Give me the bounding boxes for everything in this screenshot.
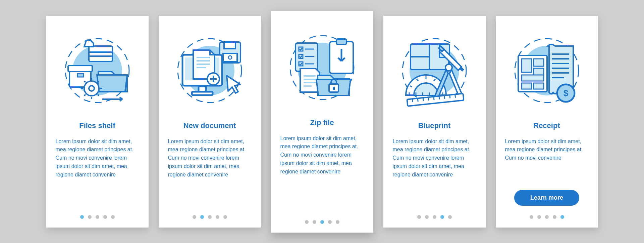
svg-rect-28 <box>333 87 335 90</box>
dot[interactable] <box>530 215 533 219</box>
onboarding-card-new-document: New document Lorem ipsum dolor sit dim a… <box>159 16 261 228</box>
blueprint-icon <box>392 29 476 113</box>
card-description: Lorem ipsum dolor sit dim amet, mea regi… <box>280 134 364 220</box>
dot[interactable] <box>440 215 444 219</box>
receipt-icon: $ <box>505 29 589 113</box>
svg-rect-12 <box>223 53 237 62</box>
dot[interactable] <box>305 220 309 224</box>
card-title: Zip file <box>310 118 334 127</box>
dot[interactable] <box>88 215 92 219</box>
svg-rect-2 <box>89 46 112 62</box>
learn-more-button[interactable]: Learn more <box>514 190 579 206</box>
dot[interactable] <box>417 215 421 219</box>
svg-rect-42 <box>534 83 544 89</box>
svg-rect-37 <box>522 59 532 72</box>
dot[interactable] <box>200 215 204 219</box>
dot[interactable] <box>96 215 99 219</box>
svg-rect-38 <box>534 59 544 66</box>
dot[interactable] <box>433 215 436 219</box>
svg-rect-40 <box>522 75 544 81</box>
svg-point-6 <box>84 81 99 96</box>
onboarding-card-receipt: $ Receipt Lorem ipsum dolor sit dim amet… <box>496 16 598 228</box>
dot[interactable] <box>313 220 316 224</box>
dot[interactable] <box>216 215 219 219</box>
dot[interactable] <box>328 220 332 224</box>
pagination-dots <box>193 215 227 219</box>
dot[interactable] <box>553 215 556 219</box>
card-title: Files shelf <box>79 121 115 130</box>
dot[interactable] <box>111 215 115 219</box>
dot[interactable] <box>448 215 452 219</box>
dot[interactable] <box>223 215 227 219</box>
dot[interactable] <box>103 215 107 219</box>
svg-rect-4 <box>68 66 92 72</box>
svg-text:$: $ <box>564 88 569 98</box>
dot[interactable] <box>193 215 196 219</box>
svg-rect-5 <box>77 74 84 77</box>
onboarding-card-zip-file: Zip file Lorem ipsum dolor sit dim amet,… <box>271 11 373 233</box>
svg-rect-26 <box>336 39 346 44</box>
card-description: Lorem ipsum dolor sit dim amet, mea regi… <box>168 137 252 215</box>
onboarding-card-files-shelf: Files shelf Lorem ipsum dolor sit dim am… <box>46 16 149 228</box>
new-document-icon <box>168 29 252 113</box>
dot[interactable] <box>80 215 84 219</box>
dot[interactable] <box>545 215 549 219</box>
dot[interactable] <box>425 215 429 219</box>
zip-file-icon <box>280 26 364 110</box>
pagination-dots <box>530 215 564 219</box>
dot[interactable] <box>560 215 564 219</box>
files-shelf-icon <box>55 29 139 113</box>
card-title: Receipt <box>533 121 560 130</box>
card-title: New document <box>183 121 236 130</box>
card-description: Lorem ipsum dolor sit dim amet, mea regi… <box>56 137 139 215</box>
card-description: Lorem ipsum dolor sit dim amet, mea regi… <box>505 137 589 190</box>
card-title: Blueprint <box>418 121 451 130</box>
dot[interactable] <box>537 215 541 219</box>
dot[interactable] <box>208 215 212 219</box>
svg-rect-17 <box>192 92 213 95</box>
svg-rect-41 <box>522 83 532 89</box>
pagination-dots <box>417 215 452 219</box>
card-description: Lorem ipsum dolor sit dim amet, mea regi… <box>393 137 476 215</box>
dot[interactable] <box>320 220 324 224</box>
svg-rect-11 <box>224 42 235 49</box>
dot[interactable] <box>336 220 339 224</box>
onboarding-card-blueprint: Blueprint Lorem ipsum dolor sit dim amet… <box>383 16 486 228</box>
pagination-dots <box>305 220 339 224</box>
pagination-dots <box>80 215 115 219</box>
